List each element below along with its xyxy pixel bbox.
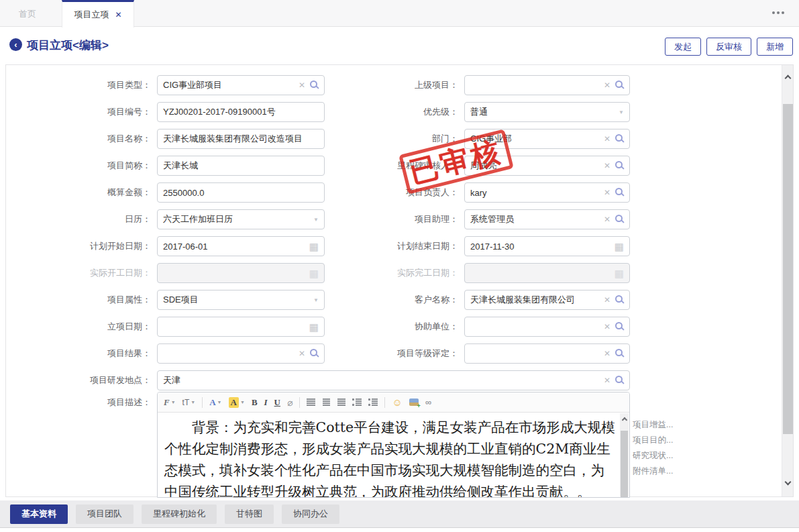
project-type-input[interactable]: CIG事业部项目✕: [157, 75, 325, 95]
tab-gantt[interactable]: 甘特图: [225, 504, 274, 524]
planned-end-date-label: 计划结束日期：: [325, 240, 464, 252]
clear-icon[interactable]: ✕: [604, 295, 610, 305]
dropdown-caret-icon[interactable]: ▼: [619, 109, 624, 115]
project-short-name-input[interactable]: 天津长城: [157, 156, 325, 176]
main-scrollbar[interactable]: [782, 65, 793, 496]
search-icon[interactable]: [310, 81, 317, 88]
insert-link-icon[interactable]: ∞: [425, 397, 431, 407]
actual-start-date-input: ▦: [157, 263, 325, 283]
reverse-audit-button[interactable]: 反审核: [706, 38, 751, 56]
search-icon[interactable]: [615, 376, 623, 383]
project-result-input[interactable]: ✕: [157, 343, 325, 364]
filing-date-input[interactable]: ▦: [157, 317, 325, 337]
calendar-icon[interactable]: ▦: [309, 242, 319, 252]
clear-icon[interactable]: ✕: [604, 215, 610, 224]
close-tab-icon[interactable]: ✕: [115, 10, 121, 19]
tab-collaboration[interactable]: 协同办公: [282, 504, 339, 524]
tab-project-team[interactable]: 项目团队: [76, 504, 134, 524]
link-attachment-list[interactable]: 附件清单...: [633, 465, 673, 478]
project-description-text[interactable]: 背景：为充实和完善Cotte平台建设，满足女装产品在市场形成大规模个性化定制消费…: [158, 413, 620, 497]
budget-amount-input[interactable]: 2550000.0: [157, 182, 325, 203]
initiate-button[interactable]: 发起: [665, 38, 701, 56]
bold-icon[interactable]: B: [252, 397, 258, 408]
clear-icon[interactable]: ✕: [604, 161, 610, 170]
search-icon[interactable]: [615, 349, 623, 356]
tab-home[interactable]: 首页: [19, 8, 36, 20]
clear-icon[interactable]: ✕: [299, 81, 305, 90]
align-right-icon[interactable]: [337, 398, 345, 406]
ordered-list-icon[interactable]: [352, 398, 362, 406]
project-description-editor[interactable]: F▼ tT▼ A▼ A▼ B I U ⌀ ☺ ∞ 背景：为充实和完善Cotte平…: [157, 392, 630, 498]
add-new-button[interactable]: 新增: [757, 38, 793, 56]
priority-value: 普通: [470, 106, 615, 118]
clear-icon[interactable]: ✕: [604, 376, 610, 385]
scroll-up-icon[interactable]: [784, 75, 791, 82]
editor-scroll-up-icon[interactable]: [621, 417, 627, 423]
calendar-value: 六天工作加班日历: [163, 213, 310, 225]
project-name-input[interactable]: 天津长城服装集团有限公司改造项目: [157, 129, 325, 149]
project-assistant-value: 系统管理员: [470, 213, 600, 225]
project-grade-input[interactable]: ✕: [464, 343, 630, 364]
clear-icon[interactable]: ✕: [604, 188, 610, 197]
more-menu-icon[interactable]: [772, 11, 784, 14]
calendar-icon: ▦: [615, 268, 624, 278]
font-family-icon[interactable]: F▼: [164, 397, 176, 408]
dropdown-caret-icon[interactable]: ▼: [313, 297, 319, 303]
actual-start-date-label: 实际开工日期：: [6, 267, 157, 279]
project-rd-location-input[interactable]: 天津✕: [157, 370, 630, 390]
highlight-color-icon[interactable]: A▼: [229, 397, 245, 408]
assist-unit-input[interactable]: ✕: [464, 317, 630, 337]
font-size-icon[interactable]: tT▼: [182, 398, 196, 407]
tab-project-initiation[interactable]: 项目立项 ✕: [62, 0, 134, 28]
project-assistant-input[interactable]: 系统管理员✕: [464, 209, 630, 229]
tab-label: 项目立项: [74, 9, 109, 21]
search-icon[interactable]: [615, 215, 623, 222]
calendar-icon[interactable]: ▦: [309, 322, 319, 332]
text-color-icon[interactable]: A▼: [209, 397, 221, 408]
bullet-list-icon[interactable]: [368, 398, 378, 406]
priority-input[interactable]: 普通▼: [464, 102, 630, 122]
calendar-icon[interactable]: ▦: [615, 242, 624, 252]
project-type-label: 项目类型：: [6, 79, 157, 91]
search-icon[interactable]: [615, 188, 623, 195]
editor-scroll-thumb[interactable]: [621, 431, 628, 498]
calendar-input[interactable]: 六天工作加班日历▼: [157, 209, 325, 229]
clear-icon[interactable]: ✕: [604, 81, 610, 90]
align-center-icon[interactable]: [323, 398, 330, 406]
clear-icon[interactable]: ✕: [604, 134, 610, 144]
planned-end-date-input[interactable]: 2017-11-30▦: [464, 236, 630, 256]
search-icon[interactable]: [615, 134, 623, 142]
project-assistant-label: 项目助理：: [325, 213, 464, 225]
emoji-icon[interactable]: ☺: [392, 397, 402, 407]
insert-image-icon[interactable]: [409, 398, 419, 406]
clear-format-icon[interactable]: ⌀: [287, 397, 292, 408]
side-links: 项目增益...项目目的...研究现状...附件清单...: [633, 419, 673, 478]
dropdown-caret-icon[interactable]: ▼: [313, 217, 319, 223]
planned-start-date-input[interactable]: 2017-06-01▦: [157, 236, 325, 256]
project-code-input[interactable]: YZJ00201-2017-09190001号: [157, 102, 325, 122]
align-left-icon[interactable]: [307, 398, 315, 406]
search-icon[interactable]: [310, 349, 317, 356]
editor-scrollbar[interactable]: [620, 413, 629, 496]
tab-basic-info[interactable]: 基本资料: [10, 504, 68, 524]
parent-project-input[interactable]: ✕: [464, 75, 630, 95]
underline-icon[interactable]: U: [274, 397, 280, 408]
italic-icon[interactable]: I: [264, 397, 268, 408]
link-project-purpose[interactable]: 项目目的...: [633, 434, 673, 447]
scroll-thumb[interactable]: [783, 104, 793, 434]
clear-icon[interactable]: ✕: [299, 349, 305, 358]
project-leader-input[interactable]: kary✕: [464, 182, 630, 203]
tab-milestone-init[interactable]: 里程碑初始化: [142, 504, 217, 524]
search-icon[interactable]: [615, 295, 623, 303]
back-button[interactable]: ‹: [9, 38, 22, 51]
search-icon[interactable]: [615, 161, 623, 168]
clear-icon[interactable]: ✕: [604, 322, 610, 331]
scroll-down-icon[interactable]: [785, 479, 792, 486]
link-project-gain[interactable]: 项目增益...: [633, 419, 673, 431]
search-icon[interactable]: [615, 81, 623, 88]
clear-icon[interactable]: ✕: [604, 349, 610, 358]
link-research-status[interactable]: 研究现状...: [633, 449, 673, 462]
customer-name-input[interactable]: 天津长城服装集团有限公司✕: [464, 290, 630, 310]
project-attribute-input[interactable]: SDE项目▼: [157, 290, 325, 310]
search-icon[interactable]: [615, 322, 623, 329]
